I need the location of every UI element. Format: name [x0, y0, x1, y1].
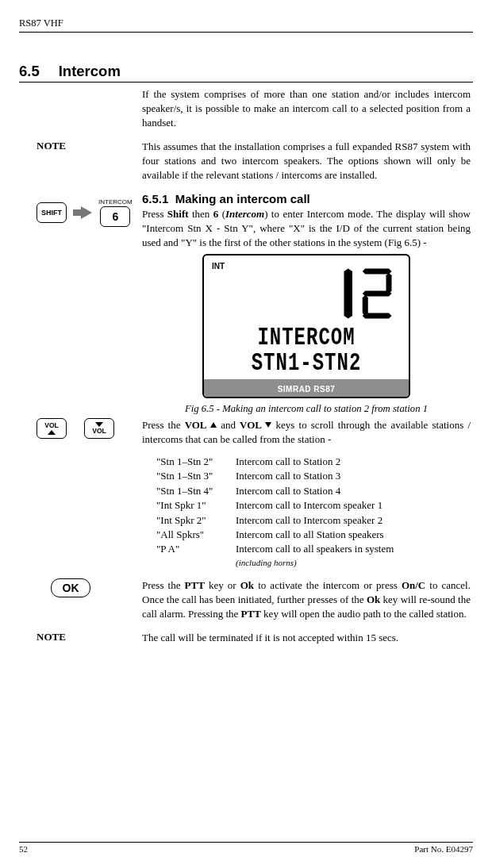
list-item: "Stn 1–Stn 2"Intercom call to Station 2 — [156, 455, 471, 469]
shift-key-label: SHIFT — [41, 209, 62, 217]
list-item: "Int Spkr 2"Intercom call to Intercom sp… — [156, 513, 471, 528]
note1-text: This assumes that the installation compr… — [142, 140, 471, 182]
intercom-key-label: 6 — [112, 210, 118, 223]
intercom-top-label: INTERCOM — [98, 198, 133, 205]
section-intro-block: If the system comprises of more than one… — [142, 87, 471, 130]
ok-key-label: OK — [63, 582, 79, 594]
vol-down-label: VOL — [92, 428, 106, 435]
triangle-up-icon — [210, 422, 217, 428]
page-header: RS87 VHF — [19, 17, 473, 33]
subsection-p1: Press Shift then 6 (Intercom) to enter I… — [142, 207, 471, 250]
ok-paragraph: Press the PTT key or Ok to activate the … — [142, 578, 471, 621]
svg-marker-3 — [363, 291, 392, 297]
ok-row: OK Press the PTT key or Ok to activate t… — [19, 578, 473, 621]
shift-intercom-icon: SHIFT INTERCOM 6 — [37, 198, 138, 227]
section-title: Intercom — [59, 63, 121, 80]
lcd-line2: STN1-STN2 — [212, 350, 401, 376]
digit-2-icon — [361, 266, 393, 321]
part-number: Part No. E04297 — [414, 844, 473, 854]
note2-label: NOTE — [37, 631, 66, 643]
options-note: (including horns) — [236, 557, 471, 570]
intercom-key-icon: 6 — [100, 206, 130, 227]
vol-up-key-icon: VOL — [37, 418, 67, 439]
section-intro: If the system comprises of more than one… — [142, 87, 471, 130]
vol-up-label: VOL — [44, 422, 58, 429]
subsection-title: Making an intercom call — [175, 192, 310, 205]
list-item: "All Spkrs"Intercom call to all Station … — [156, 528, 471, 542]
triangle-up-icon — [48, 430, 56, 435]
subsection-number: 6.5.1 — [142, 192, 168, 205]
note2-text: The call will be terminated if it is not… — [142, 631, 471, 645]
shift-key-icon: SHIFT — [37, 202, 67, 223]
ok-key-icon: OK — [51, 578, 90, 597]
svg-marker-0 — [344, 269, 352, 319]
vol-keys-icon: VOL VOL — [37, 418, 114, 439]
lcd-line1: INTERCOM — [212, 325, 401, 351]
page-footer: 52 Part No. E04297 — [19, 842, 473, 854]
list-item: "Stn 1–Stn 3"Intercom call to Station 3 — [156, 469, 471, 483]
note2-row: NOTE The call will be terminated if it i… — [19, 631, 473, 645]
lcd-brand-footer: SIMRAD RS87 — [204, 379, 409, 397]
figure-caption: Fig 6.5 - Making an intercom call to sta… — [142, 403, 471, 415]
list-item: "Int Spkr 1"Intercom call to Intercom sp… — [156, 498, 471, 513]
subsection-row: SHIFT INTERCOM 6 6.5.1 Making an interco… — [19, 192, 473, 415]
lcd-figure: INT — [142, 254, 471, 398]
list-item: "P A"Intercom call to all speakers in sy… — [156, 542, 471, 556]
digit-1-icon — [330, 266, 358, 321]
list-item: "Stn 1–Stn 4"Intercom call to Station 4 — [156, 484, 471, 498]
svg-marker-2 — [386, 273, 391, 294]
svg-marker-5 — [363, 313, 392, 319]
section-heading: 6.5 Intercom — [19, 63, 473, 83]
intercom-key-wrap: INTERCOM 6 — [98, 198, 133, 227]
lcd-brand: SIMRAD RS87 — [278, 385, 336, 394]
vol-row: VOL VOL Press the VOL and VOL keys to sc… — [19, 418, 473, 570]
subsection-heading: 6.5.1 Making an intercom call — [142, 192, 471, 205]
arrow-right-icon — [73, 206, 92, 219]
lcd-big-digits — [212, 266, 401, 321]
vol-paragraph: Press the VOL and VOL keys to scroll thr… — [142, 418, 471, 447]
svg-marker-4 — [363, 295, 368, 316]
page-number: 52 — [19, 844, 28, 854]
note1-row: NOTE This assumes that the installation … — [19, 140, 473, 182]
vol-down-key-icon: VOL — [84, 418, 114, 439]
note1-label: NOTE — [37, 140, 66, 152]
svg-marker-1 — [363, 269, 392, 275]
options-list: "Stn 1–Stn 2"Intercom call to Station 2 … — [156, 455, 471, 570]
header-title: RS87 VHF — [19, 17, 63, 29]
section-number: 6.5 — [19, 63, 40, 80]
